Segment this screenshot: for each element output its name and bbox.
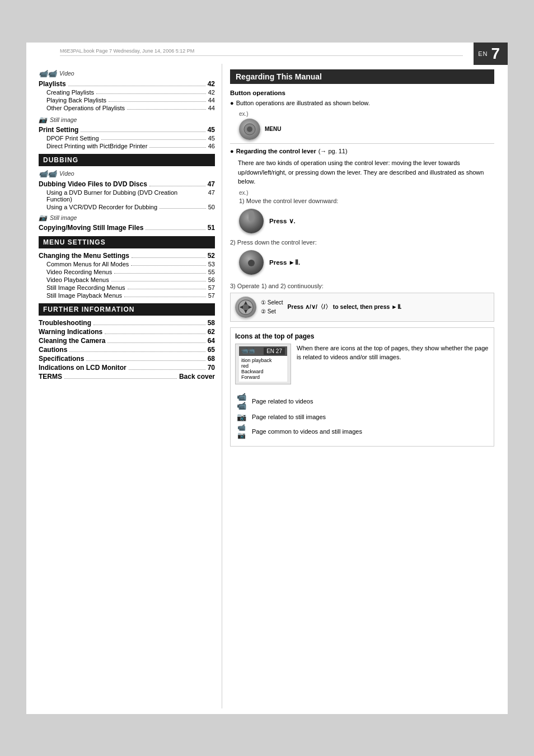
- toc-dots: [86, 355, 205, 361]
- toc-still-playback-menus-page: 57: [208, 292, 215, 299]
- icon-row-common: 📹📷 Page common to videos and still image…: [235, 424, 489, 439]
- toc-dots: [128, 284, 206, 289]
- lever-image-1: [239, 209, 264, 233]
- icons-section: Icons at the top of pages 📹📹 EN 27 ition…: [230, 327, 494, 447]
- en-label: EN: [478, 50, 488, 57]
- still-image-section-header: 📷 Still image: [39, 116, 215, 124]
- step3-desc: 3) Operate 1) and 2) continuously:: [230, 283, 494, 289]
- toc-print-setting: Print Setting 45: [39, 126, 215, 134]
- page-wrapper: EN 7 M6E3PAL.book Page 7 Wednesday, June…: [26, 43, 508, 714]
- toc-still-playback-menus-label: Still Image Playback Menus: [46, 292, 122, 299]
- step1-block: ex.) 1) Move the control lever downward:…: [239, 190, 494, 236]
- toc-dots: [101, 135, 206, 140]
- bullet-button-ops: ● Button operations are illustrated as s…: [230, 99, 494, 107]
- toc-dots: [111, 276, 206, 281]
- icon-still-symbol: 📷: [235, 412, 247, 421]
- toc-playing-back-playlists-page: 44: [208, 97, 215, 104]
- toc-dots: [107, 337, 205, 343]
- toc-common-menus-page: 53: [208, 261, 215, 267]
- toc-warning: Warning Indications 62: [39, 328, 215, 336]
- button-ops-desc: Button operations are illustrated as sho…: [236, 99, 370, 107]
- preview-badge: EN 27: [264, 348, 285, 355]
- select-set-block: ① Select ② Set Press ∧/∨/〈/〉 to select, …: [230, 293, 494, 322]
- toc-troubleshooting-label: Troubleshooting: [39, 319, 91, 327]
- toc-other-operations-playlists-page: 44: [208, 105, 215, 111]
- toc-video-playback-menus-page: 56: [208, 276, 215, 283]
- dubbing-still-header: 📷 Still image: [39, 214, 215, 222]
- toc-dots: [64, 373, 177, 379]
- preview-line3: Forward: [241, 374, 285, 380]
- left-column: 📹📹 Video Playlists 42 Creating Playlists…: [32, 64, 222, 708]
- step2-visual: Press ►Ⅱ.: [239, 248, 494, 277]
- toc-troubleshooting-page: 58: [208, 319, 215, 327]
- step3-block: 3) Operate 1) and 2) continuously: ① Sel…: [230, 283, 494, 322]
- toc-dots: [131, 261, 205, 266]
- page-number: 7: [491, 45, 500, 63]
- toc-using-dvd-burner-page: 47: [208, 189, 215, 203]
- dubbing-still-icon: 📷: [39, 214, 47, 222]
- step1-visual: Press ∨.: [239, 206, 494, 236]
- toc-dots: [149, 143, 205, 148]
- toc-video-playback-menus: Video Playback Menus 56: [39, 276, 215, 283]
- bullet-dot: ●: [230, 99, 234, 107]
- toc-dots: [96, 89, 206, 94]
- dubbing-still-label: Still image: [50, 214, 77, 221]
- icon-preview-container: 📹📹 EN 27 ition playback red Backward For…: [235, 344, 489, 388]
- toc-direct-printing: Direct Printing with PictBridge Printer …: [39, 143, 215, 149]
- preview-line2: Backward: [241, 369, 285, 374]
- toc-dubbing-dvd-page: 47: [208, 180, 215, 188]
- preview-text: ition playback: [241, 358, 285, 363]
- page-preview-header: 📹📹 EN 27: [239, 346, 287, 356]
- step1-ex-label: ex.): [239, 190, 494, 196]
- toc-copying-moving: Copying/Moving Still Image Files 51: [39, 224, 215, 232]
- toc-dots: [129, 364, 205, 370]
- menu-svg: [243, 123, 256, 135]
- step2-desc: 2) Press down the control lever:: [230, 239, 494, 246]
- file-header: M6E3PAL.book Page 7 Wednesday, June 14, …: [60, 48, 463, 56]
- select-labels: ① Select ② Set: [261, 298, 283, 316]
- toc-dots: [69, 346, 205, 352]
- still-icon: 📷: [39, 116, 47, 124]
- toc-dots: [109, 97, 206, 102]
- page-badge: EN 7: [474, 43, 508, 65]
- toc-dpof-page: 45: [208, 135, 215, 142]
- toc-using-vcr-label: Using a VCR/DVD Recorder for Dubbing: [46, 204, 157, 210]
- video-section-header: 📹📹 Video: [39, 69, 215, 78]
- dubbing-video-icon: 📹📹: [39, 170, 57, 178]
- icon-row-videos: 📹📹 Page related to videos: [235, 392, 489, 410]
- toc-dots: [132, 252, 205, 258]
- video-label: Video: [59, 70, 74, 77]
- dubbing-header: DUBBING: [39, 154, 215, 166]
- icons-description: When there are icons at the top of pages…: [297, 344, 489, 388]
- toc-still-recording-menus-label: Still Image Recording Menus: [46, 284, 125, 291]
- toc-dots: [93, 319, 205, 325]
- lever-image-2: [239, 250, 264, 275]
- control-lever-desc: There are two kinds of operation using t…: [238, 158, 494, 186]
- toc-common-menus: Common Menus for All Modes 53: [39, 261, 215, 267]
- toc-indications-lcd-label: Indications on LCD Monitor: [39, 364, 127, 372]
- toc-dots: [146, 224, 205, 230]
- dubbing-video-header: 📹📹 Video: [39, 170, 215, 178]
- press-text-3: Press ∧/∨/〈/〉 to select, then press ►Ⅱ.: [288, 303, 402, 311]
- step2-block: 2) Press down the control lever: Press ►…: [230, 239, 494, 277]
- toc-dots: [127, 105, 206, 110]
- svg-point-3: [242, 304, 249, 311]
- toc-terms-label: TERMS: [39, 373, 62, 381]
- preview-line1: red: [241, 363, 285, 369]
- icon-common-label: Page common to videos and still images: [252, 428, 362, 435]
- select-icon: [235, 297, 256, 318]
- toc-specifications-label: Specifications: [39, 355, 84, 363]
- button-ops-title: Button operations: [230, 90, 494, 96]
- menu-example: MENU: [239, 119, 494, 140]
- control-lever-ref: (→ pg. 11): [318, 147, 348, 156]
- toc-common-menus-label: Common Menus for All Modes: [46, 261, 129, 267]
- toc-video-playback-menus-label: Video Playback Menus: [46, 276, 109, 283]
- menu-text-label: MENU: [265, 126, 281, 132]
- toc-print-setting-page: 45: [208, 126, 215, 134]
- divider1: [230, 143, 494, 144]
- toc-dots: [149, 180, 205, 186]
- toc-dots: [81, 126, 205, 132]
- toc-specifications: Specifications 68: [39, 355, 215, 363]
- toc-still-recording-menus-page: 57: [208, 284, 215, 291]
- toc-indications-lcd-page: 70: [208, 364, 215, 372]
